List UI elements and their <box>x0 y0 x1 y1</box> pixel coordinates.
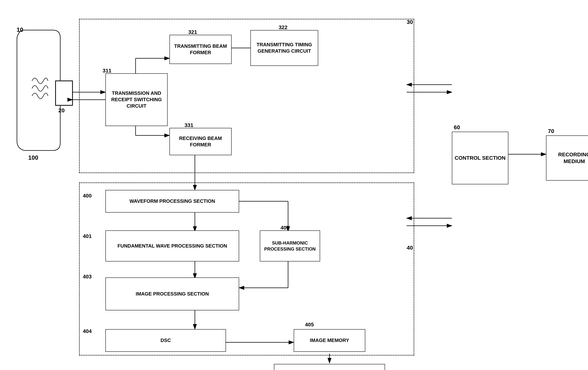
transmitting-timing-box: TRANSMITTING TIMING GENERATING CIRCUIT <box>251 30 318 66</box>
label-401: 401 <box>83 233 92 239</box>
diagram: 10 20 100 30 40 311 TRANSMISSION AND REC… <box>0 0 588 370</box>
image-memory-box: IMAGE MEMORY <box>294 329 365 352</box>
image-memory-label: IMAGE MEMORY <box>310 337 349 344</box>
recording-medium-label: RECORDING MEDIUM <box>548 151 588 165</box>
label-402: 402 <box>281 225 289 231</box>
sub-harmonic-box: SUB-HARMONIC PROCESSING SECTION <box>260 230 320 261</box>
label-40: 40 <box>407 245 413 251</box>
label-322: 322 <box>279 24 287 30</box>
label-311: 311 <box>103 68 111 74</box>
control-section-label: CONTROL SECTION <box>455 155 505 161</box>
label-20: 20 <box>58 107 64 114</box>
transmitting-beam-former-label: TRANSMITTING BEAM FORMER <box>171 43 230 56</box>
label-404: 404 <box>83 328 92 334</box>
display-section-box: DISPLAY SECTION <box>274 364 385 370</box>
svg-rect-2 <box>55 81 73 105</box>
receiving-beam-former-box: RECEIVING BEAM FORMER <box>169 128 231 155</box>
label-30: 30 <box>407 19 413 25</box>
label-400: 400 <box>83 193 92 199</box>
label-70: 70 <box>548 128 554 134</box>
transmitting-timing-label: TRANSMITTING TIMING GENERATING CIRCUIT <box>252 41 316 54</box>
label-403: 403 <box>83 274 92 280</box>
tx-rx-switching-label: TRANSMISSION AND RECEIPT SWITCHING CIRCU… <box>107 90 166 109</box>
label-10: 10 <box>17 26 23 33</box>
image-processing-box: IMAGE PROCESSING SECTION <box>105 278 239 310</box>
sub-harmonic-label: SUB-HARMONIC PROCESSING SECTION <box>262 240 318 252</box>
label-405: 405 <box>305 322 314 328</box>
receiving-beam-former-label: RECEIVING BEAM FORMER <box>171 135 230 148</box>
waveform-processing-label: WAVEFORM PROCESSING SECTION <box>129 198 215 204</box>
dsc-box: DSC <box>105 329 226 352</box>
transmitting-beam-former-box: TRANSMITTING BEAM FORMER <box>169 35 231 64</box>
fundamental-wave-box: FUNDAMENTAL WAVE PROCESSING SECTION <box>105 230 239 261</box>
label-60: 60 <box>454 124 460 130</box>
control-section-box: CONTROL SECTION <box>452 132 508 184</box>
label-100: 100 <box>28 154 38 161</box>
recording-medium-box: RECORDING MEDIUM <box>546 135 588 180</box>
label-321: 321 <box>188 29 197 35</box>
fundamental-wave-label: FUNDAMENTAL WAVE PROCESSING SECTION <box>117 243 227 249</box>
waveform-processing-box: WAVEFORM PROCESSING SECTION <box>105 190 239 212</box>
tx-rx-switching-box: TRANSMISSION AND RECEIPT SWITCHING CIRCU… <box>105 73 168 126</box>
image-processing-label: IMAGE PROCESSING SECTION <box>136 291 209 297</box>
label-331: 331 <box>185 122 193 128</box>
dsc-label: DSC <box>161 337 171 344</box>
